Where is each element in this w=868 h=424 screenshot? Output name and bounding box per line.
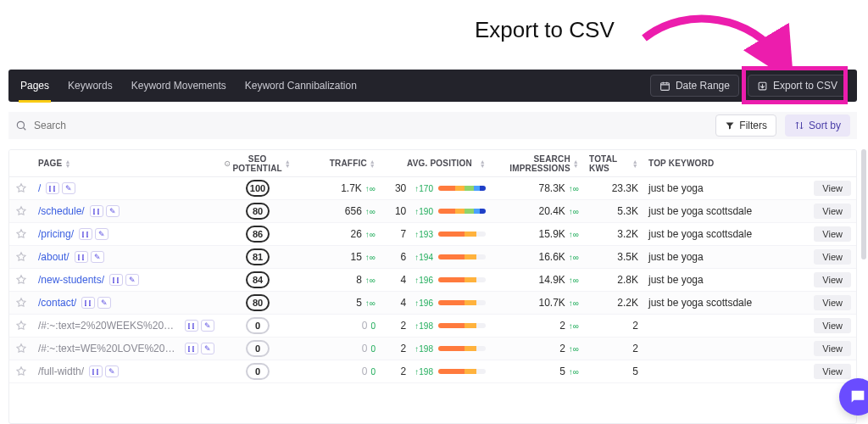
search-input[interactable]	[34, 120, 203, 131]
export-csv-button[interactable]: Export to CSV	[748, 75, 847, 97]
sort-label: Sort by	[809, 120, 841, 131]
edit-icon[interactable]: ✎	[62, 182, 75, 194]
view-button[interactable]: View	[814, 272, 851, 287]
avgpos-cell: 4↑196	[381, 274, 491, 286]
page-link[interactable]: /schedule/	[38, 205, 85, 217]
traffic-trend: ↑∞	[365, 253, 376, 262]
view-cell: View	[807, 204, 856, 219]
position-bar	[438, 254, 486, 259]
view-button[interactable]: View	[814, 249, 851, 265]
page-link[interactable]: /new-students/	[38, 274, 104, 286]
search-right: Filters Sort by	[715, 114, 850, 137]
star-cell[interactable]	[9, 182, 33, 194]
edit-icon[interactable]: ✎	[105, 365, 119, 377]
table-row: /contact/⫿⫿✎805↑∞4↑19610.7K↑∞2.2Kjust be…	[9, 292, 856, 315]
seo-cell: 0	[220, 340, 296, 357]
search-icon	[15, 120, 27, 131]
traffic-cell: 26↑∞	[296, 228, 381, 240]
tab-keyword-cannibalization[interactable]: Keyword Cannibalization	[243, 70, 359, 102]
table-row: /pricing/⫿⫿✎8626↑∞7↑19315.9K↑∞3.2Kjust b…	[9, 223, 856, 246]
search-left	[15, 120, 203, 131]
edit-icon[interactable]: ✎	[106, 205, 120, 217]
table-body: /⫿⫿✎1001.7K↑∞30↑17078.3K↑∞23.3Kjust be y…	[9, 177, 856, 383]
star-cell[interactable]	[9, 320, 33, 332]
table-row: /⫿⫿✎1001.7K↑∞30↑17078.3K↑∞23.3Kjust be y…	[9, 177, 856, 200]
star-cell[interactable]	[9, 251, 33, 263]
impr-trend: ↑∞	[569, 298, 579, 308]
view-button[interactable]: View	[814, 204, 851, 219]
avgpos-trend: ↑198	[415, 344, 433, 354]
th-seo-potential[interactable]: SEO POTENTIAL▲▼	[220, 154, 296, 173]
page-cell: /contact/⫿⫿✎	[33, 297, 220, 309]
chart-icon[interactable]: ⫿⫿	[75, 251, 88, 263]
star-cell[interactable]	[9, 228, 33, 240]
edit-icon[interactable]: ✎	[201, 320, 214, 332]
edit-icon[interactable]: ✎	[201, 343, 214, 354]
edit-icon[interactable]: ✎	[91, 251, 104, 263]
chart-icon[interactable]: ⫿⫿	[89, 365, 103, 377]
scrollbar[interactable]	[861, 149, 866, 259]
page-action-icons: ⫿⫿✎	[185, 343, 214, 354]
star-cell[interactable]	[9, 297, 33, 309]
chart-icon[interactable]: ⫿⫿	[185, 343, 198, 354]
tab-pages[interactable]: Pages	[19, 70, 51, 102]
tab-keywords[interactable]: Keywords	[66, 70, 114, 102]
page-link[interactable]: /pricing/	[38, 228, 74, 240]
tab-keyword-movements[interactable]: Keyword Movements	[130, 70, 228, 102]
edit-icon[interactable]: ✎	[97, 297, 111, 309]
impressions-cell: 78.3K↑∞	[491, 182, 584, 194]
star-cell[interactable]	[9, 205, 33, 217]
page-link[interactable]: /full-width/	[38, 365, 84, 377]
page-cell: /about/⫿⫿✎	[33, 251, 220, 263]
avgpos-cell: 2↑198	[381, 365, 491, 377]
position-bar	[438, 277, 486, 282]
impressions-cell: 2↑∞	[491, 320, 584, 332]
traffic-cell: 656↑∞	[296, 205, 381, 217]
date-range-button[interactable]: Date Range	[650, 75, 739, 97]
position-bar	[438, 346, 486, 351]
page-link[interactable]: /contact/	[38, 297, 76, 309]
edit-icon[interactable]: ✎	[125, 274, 139, 286]
avgpos-trend: ↑193	[415, 230, 433, 239]
page-link[interactable]: /	[38, 182, 41, 194]
view-button[interactable]: View	[814, 318, 851, 333]
chart-icon[interactable]: ⫿⫿	[81, 297, 95, 309]
impressions-cell: 5↑∞	[491, 365, 584, 377]
star-cell[interactable]	[9, 365, 33, 377]
chart-icon[interactable]: ⫿⫿	[185, 320, 198, 332]
view-cell: View	[807, 272, 856, 287]
th-total-kws[interactable]: TOTAL KWS▲▼	[584, 154, 643, 173]
view-cell: View	[807, 295, 856, 310]
view-button[interactable]: View	[814, 295, 851, 310]
view-button[interactable]: View	[814, 364, 851, 379]
seo-potential-ring: 81	[246, 248, 270, 265]
impressions-cell: 14.9K↑∞	[491, 274, 584, 286]
position-bar	[438, 300, 486, 305]
th-search-impressions[interactable]: SEARCH IMPRESSIONS▲▼	[491, 154, 584, 173]
page-link[interactable]: /about/	[38, 251, 70, 263]
sort-button[interactable]: Sort by	[785, 114, 850, 137]
table: PAGE▲▼ SEO POTENTIAL▲▼ TRAFFIC▲▼ AVG. PO…	[8, 149, 857, 424]
chart-icon[interactable]: ⫿⫿	[46, 182, 59, 194]
filters-button[interactable]: Filters	[715, 114, 776, 137]
star-cell[interactable]	[9, 343, 33, 354]
th-page[interactable]: PAGE▲▼	[33, 159, 220, 168]
star-cell[interactable]	[9, 274, 33, 286]
traffic-trend: 0	[370, 344, 376, 354]
view-button[interactable]: View	[814, 181, 851, 196]
topkw-cell: just be yoga scottsdale	[643, 228, 807, 240]
chart-icon[interactable]: ⫿⫿	[109, 274, 123, 286]
chart-icon[interactable]: ⫿⫿	[79, 228, 92, 240]
view-button[interactable]: View	[814, 226, 851, 242]
view-button[interactable]: View	[814, 341, 851, 356]
page-link[interactable]: /#:~:text=2%20WEEKS%20OF%20UNLIMIT...	[38, 320, 180, 332]
th-traffic[interactable]: TRAFFIC▲▼	[296, 159, 381, 168]
traffic-cell: 1.7K↑∞	[296, 182, 381, 194]
edit-icon[interactable]: ✎	[95, 228, 108, 240]
th-top-keyword[interactable]: TOP KEYWORD	[643, 159, 807, 168]
chart-icon[interactable]: ⫿⫿	[90, 205, 103, 217]
filters-label: Filters	[739, 120, 767, 131]
page-action-icons: ⫿⫿✎	[81, 297, 111, 309]
th-avg-position[interactable]: AVG. POSITION▲▼	[381, 159, 491, 168]
page-link[interactable]: /#:~:text=WE%20LOVE%20NEW%20STUDE...	[38, 343, 180, 354]
